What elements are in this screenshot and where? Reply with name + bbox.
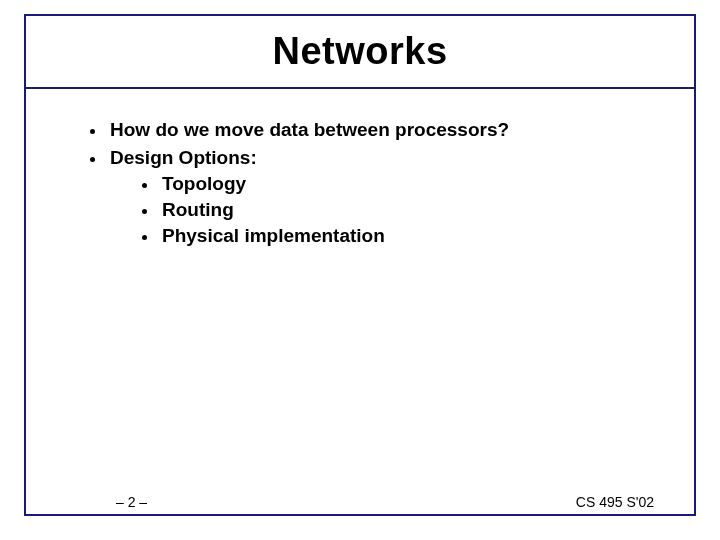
list-item-text: Topology (162, 173, 246, 194)
list-item-text: Routing (162, 199, 234, 220)
list-item-text: Design Options: (110, 147, 257, 168)
list-item-text: How do we move data between processors? (110, 119, 509, 140)
list-item: Physical implementation (136, 225, 674, 247)
list-item: How do we move data between processors? (84, 119, 674, 141)
slide-content: How do we move data between processors? … (26, 89, 694, 263)
title-box: Networks (26, 16, 694, 89)
list-item: Topology (136, 173, 674, 195)
bullet-list: How do we move data between processors? … (84, 119, 674, 247)
list-item: Routing (136, 199, 674, 221)
page-number: – 2 – (116, 494, 147, 510)
course-label: CS 495 S'02 (576, 494, 654, 510)
slide-frame: Networks How do we move data between pro… (24, 14, 696, 516)
sub-bullet-list: Topology Routing Physical implementation (136, 173, 674, 247)
slide-title: Networks (36, 30, 684, 73)
list-item-text: Physical implementation (162, 225, 385, 246)
list-item: Design Options: Topology Routing Physica… (84, 147, 674, 247)
